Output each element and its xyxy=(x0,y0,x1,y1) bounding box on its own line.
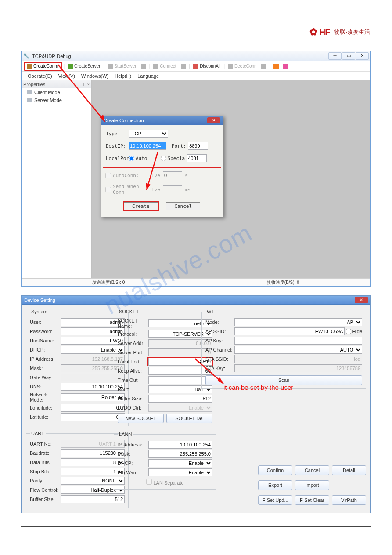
create-button[interactable]: Create xyxy=(124,202,158,210)
stopbits-label: Stop Bits: xyxy=(30,469,61,474)
stassid-label: STA SSID: xyxy=(205,356,234,362)
eve-s-label: Eve xyxy=(151,173,160,178)
dhcp-label: DHCP: xyxy=(30,347,61,352)
confirm-button[interactable]: Confirm xyxy=(258,465,292,475)
menu-help[interactable]: Help(H) xyxy=(115,73,131,79)
saddr-label: Server Addr: xyxy=(118,341,148,346)
sendwhen-checkbox[interactable] xyxy=(105,187,111,192)
wmode-select[interactable]: AP xyxy=(234,318,362,326)
specia-input[interactable] xyxy=(187,154,207,162)
socket-fieldset: SOCKET SOCKET Name:netp Protocol:TCP-SER… xyxy=(114,309,216,427)
menubar: Operate(O) View(V) Windows(W) Help(H) La… xyxy=(22,72,370,80)
port-label: Port: xyxy=(172,143,186,149)
menu-language[interactable]: Language xyxy=(137,73,159,79)
device-setting-window: Device Setting✕ System User: Password: H… xyxy=(21,295,371,513)
ip-label: IP Address: xyxy=(30,356,61,362)
host-label: HostName: xyxy=(30,338,61,343)
sbuf-label: Buffer Size: xyxy=(118,396,148,401)
localport-label: LocalPort xyxy=(106,156,129,161)
gateway-label: Gate Way: xyxy=(30,375,61,380)
menu-windows[interactable]: Windows(W) xyxy=(81,73,108,79)
sname-label: SOCKET Name: xyxy=(118,318,148,329)
user-set-note: it can be set by the user xyxy=(223,384,293,391)
fsetupd-button[interactable]: F-Set Upd... xyxy=(258,495,292,505)
stakey-label: STA Key: xyxy=(205,366,234,371)
apch-label: AP Channel: xyxy=(205,347,234,352)
cancel-button[interactable]: Cancel xyxy=(166,202,200,210)
refresh-icon xyxy=(283,64,288,69)
wifi-fieldset: WiFi Mode:AP AP SSID:Hide AP Key: AP Cha… xyxy=(201,309,366,389)
setting-close-button[interactable]: ✕ xyxy=(355,297,368,303)
toolbar-start-server[interactable]: StartServer xyxy=(106,63,138,70)
menu-view[interactable]: View(V) xyxy=(58,73,75,79)
maximize-button[interactable]: ▭ xyxy=(342,52,355,60)
s-unit: s xyxy=(185,173,188,178)
export-button[interactable]: Export xyxy=(258,480,292,490)
menu-operate[interactable]: Operate(O) xyxy=(28,73,52,79)
toolbar-extra1[interactable] xyxy=(259,63,268,70)
cancel-button-2[interactable]: Cancel xyxy=(295,465,329,475)
import-button[interactable]: Import xyxy=(295,480,329,490)
mask-label: Mask: xyxy=(30,366,61,371)
window-title: TCP&UDP-Debug xyxy=(32,54,71,59)
tree-client-mode[interactable]: Client Mode xyxy=(22,88,91,96)
delete-conn-icon xyxy=(228,64,233,69)
type-select[interactable]: TCP xyxy=(129,130,168,138)
properties-close-icon[interactable]: × xyxy=(87,82,90,87)
lansep-checkbox xyxy=(146,479,152,485)
wifi-legend: WiFi xyxy=(205,309,218,314)
status-recv: 接收速度(B/S): 0 xyxy=(196,279,371,286)
minimize-button[interactable]: ─ xyxy=(328,52,342,60)
hide-checkbox[interactable] xyxy=(346,329,351,334)
toolbar-stop-server[interactable] xyxy=(139,63,148,70)
tree-server-mode[interactable]: Server Mode xyxy=(22,96,91,104)
ms-unit: ms xyxy=(185,187,191,192)
system-fieldset: System User: Password: HostName: DHCP:En… xyxy=(26,309,129,426)
type-label: Type: xyxy=(106,131,129,137)
toolbar-orange[interactable] xyxy=(272,63,281,70)
apssid-input[interactable] xyxy=(234,327,345,335)
localport-specia-radio[interactable] xyxy=(161,156,166,161)
port-input[interactable] xyxy=(188,142,208,150)
app-icon: 🔧 xyxy=(23,53,29,59)
eve-s-input xyxy=(163,171,182,179)
toolbar-create-conn[interactable]: CreateConnn xyxy=(24,62,62,71)
new-socket-button[interactable]: New SOCKET xyxy=(118,414,164,423)
detail-button[interactable]: Detail xyxy=(332,465,366,475)
toolbar-delete-conn[interactable]: DeeteConn xyxy=(226,63,259,70)
socket-legend: SOCKET xyxy=(118,309,140,314)
toolbar-refresh[interactable] xyxy=(281,63,290,70)
lann-fieldset: LANN IP Address: Mask: DHCP:Enable Eth W… xyxy=(114,432,216,490)
password-label: Password: xyxy=(30,329,61,334)
close-button[interactable]: ✕ xyxy=(356,52,369,60)
virpath-button[interactable]: VirPath xyxy=(332,495,366,505)
kalive-label: Keep Alive: xyxy=(118,368,148,374)
disconn-all-icon xyxy=(193,64,198,69)
fsetclear-button[interactable]: F-Set Clear xyxy=(295,495,329,505)
hide-label: Hide xyxy=(352,329,362,334)
rout-label: Rout: xyxy=(118,387,148,392)
setting-title: Device Setting xyxy=(24,297,55,303)
orange-icon xyxy=(273,64,279,69)
databits-label: Data Bits: xyxy=(30,460,61,465)
dialog-close-button[interactable]: ✕ xyxy=(207,117,220,123)
apch-select[interactable]: AUTO xyxy=(234,346,362,354)
properties-title: Properties xyxy=(23,82,45,87)
dido-select: Enable xyxy=(148,404,212,412)
toolbar-connect[interactable]: Connect xyxy=(151,63,178,70)
localport-auto-radio[interactable] xyxy=(129,156,134,161)
toolbar-disconn-all[interactable]: DisconnAll xyxy=(191,63,222,70)
properties-pin-icon[interactable]: Ŧ xyxy=(82,82,85,87)
toolbar-disconn[interactable] xyxy=(179,63,188,70)
autoconn-checkbox[interactable] xyxy=(105,173,111,178)
stakey-input xyxy=(234,364,362,372)
tout-label: Time Out: xyxy=(118,377,148,383)
apssid-label: AP SSID: xyxy=(205,329,234,334)
autoconn-label: AutoConn: xyxy=(113,173,151,178)
dido-label: DI/DO Ctrl: xyxy=(118,405,148,410)
ethwan-label: Eth Wan: xyxy=(118,470,148,475)
server-mode-icon xyxy=(27,98,32,102)
toolbar-create-server[interactable]: CreateServer xyxy=(66,63,102,70)
apkey-input[interactable] xyxy=(234,337,362,345)
destip-input[interactable] xyxy=(129,142,166,150)
